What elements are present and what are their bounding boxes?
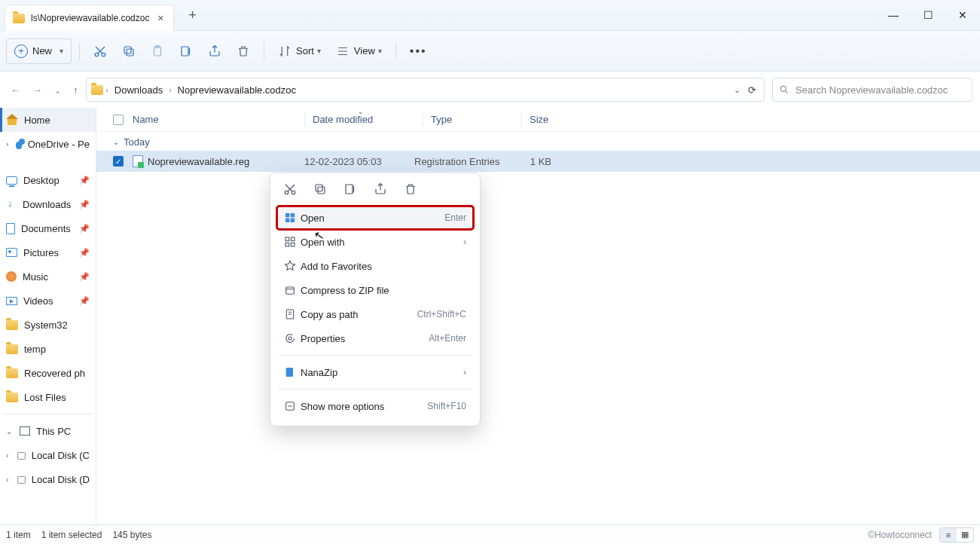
breadcrumb[interactable]: › Downloads › Nopreviewavailable.codzoc … (86, 78, 765, 102)
zip-icon (284, 284, 301, 296)
cut-icon[interactable] (282, 182, 298, 198)
svg-rect-14 (291, 213, 295, 217)
row-checkbox[interactable]: ✓ (113, 156, 133, 167)
breadcrumb-item[interactable]: Downloads (111, 83, 166, 97)
search-icon (779, 84, 789, 95)
download-icon (6, 199, 17, 209)
svg-rect-19 (285, 243, 289, 246)
context-open[interactable]: Open Enter (276, 206, 474, 230)
sidebar-item-downloads[interactable]: Downloads📌 (0, 192, 96, 216)
view-button[interactable]: View ▾ (330, 38, 388, 64)
search-placeholder: Search Nopreviewavailable.codzoc (795, 84, 948, 96)
sidebar-item-documents[interactable]: Documents📌 (0, 216, 96, 240)
maximize-button[interactable]: ☐ (911, 0, 945, 30)
svg-rect-18 (291, 237, 295, 241)
tab-title: ls\Nopreviewavailable.codzoc (31, 13, 149, 23)
sidebar-item-recovered[interactable]: Recovered ph (0, 361, 96, 385)
thumbnails-view-button[interactable]: ▦ (957, 528, 973, 542)
sidebar-item-temp[interactable]: temp (0, 337, 96, 361)
sidebar-item-lostfiles[interactable]: Lost Files (0, 385, 96, 409)
column-date[interactable]: ⌄Date modified (313, 114, 423, 125)
svg-rect-21 (286, 287, 295, 294)
minimize-button[interactable]: — (876, 0, 911, 30)
copy-button[interactable] (116, 38, 142, 64)
sort-button[interactable]: Sort ▾ (272, 38, 327, 64)
sidebar-item-drive-d[interactable]: ›Local Disk (D (0, 467, 96, 491)
copy-icon[interactable] (313, 182, 328, 198)
breadcrumb-history-button[interactable]: ⌄ (734, 85, 740, 95)
properties-icon (284, 332, 301, 344)
new-button[interactable]: + New ▾ (6, 38, 72, 64)
context-properties[interactable]: Properties Alt+Enter (276, 326, 474, 350)
sidebar-item-desktop[interactable]: Desktop📌 (0, 168, 96, 192)
rename-icon[interactable] (343, 182, 358, 198)
details-view-button[interactable]: ≡ (940, 528, 957, 542)
refresh-button[interactable]: ⟳ (748, 84, 756, 96)
navigation-pane[interactable]: Home › OneDrive - Pe Desktop📌 Downloads📌… (0, 108, 96, 524)
paste-button[interactable] (145, 38, 170, 64)
status-bar: 1 item 1 item selected 145 bytes ©Howtoc… (0, 524, 980, 544)
back-button[interactable]: ← (11, 84, 20, 96)
sidebar-item-videos[interactable]: Videos📌 (0, 289, 96, 313)
sidebar-item-thispc[interactable]: ⌄This PC (0, 419, 96, 443)
context-nanazip[interactable]: NanaZip › (276, 360, 474, 384)
context-compress-zip[interactable]: Compress to ZIP file (276, 278, 474, 302)
folder-icon (91, 85, 103, 95)
column-name[interactable]: Name (133, 114, 304, 125)
svg-rect-16 (291, 219, 295, 222)
svg-rect-20 (291, 243, 295, 246)
sidebar-item-system32[interactable]: System32 (0, 313, 96, 337)
window-tab[interactable]: ls\Nopreviewavailable.codzoc × (5, 5, 174, 31)
column-size[interactable]: Size (530, 114, 582, 125)
more-button[interactable]: ••• (404, 38, 433, 64)
file-name: Nopreviewavailable.reg (148, 156, 249, 167)
sidebar-item-home[interactable]: Home (0, 108, 96, 132)
open-with-icon (284, 236, 301, 248)
sidebar-item-pictures[interactable]: Pictures📌 (0, 240, 96, 264)
file-row[interactable]: ✓ Nopreviewavailable.reg 12-02-2023 05:0… (96, 151, 980, 172)
svg-rect-24 (286, 368, 293, 377)
status-bytes: 145 bytes (112, 530, 151, 540)
chevron-right-icon: › (6, 451, 11, 460)
file-type: Registration Entries (414, 156, 505, 167)
sidebar-item-drive-c[interactable]: ›Local Disk (C (0, 443, 96, 467)
recent-button[interactable]: ⌄ (54, 86, 61, 97)
breadcrumb-item[interactable]: Nopreviewavailable.codzoc (175, 83, 300, 97)
group-header-today[interactable]: ⌄ Today (96, 132, 980, 151)
close-tab-icon[interactable]: × (155, 12, 166, 24)
cloud-icon (16, 142, 22, 149)
up-button[interactable]: ↑ (73, 84, 78, 96)
delete-icon[interactable] (403, 182, 418, 198)
select-all-checkbox[interactable] (113, 115, 133, 125)
chevron-right-icon: › (106, 86, 108, 94)
file-size: 1 KB (505, 156, 557, 167)
new-tab-button[interactable]: + (182, 0, 203, 30)
chevron-down-icon: ⌄ (113, 138, 119, 146)
pictures-icon (6, 248, 17, 257)
folder-icon (13, 14, 25, 23)
column-headers[interactable]: Name ⌄Date modified Type Size (96, 108, 980, 132)
context-show-more[interactable]: Show more options Shift+F10 (276, 394, 474, 418)
cut-button[interactable] (87, 38, 113, 64)
delete-button[interactable] (230, 38, 256, 64)
nanazip-icon (284, 366, 301, 378)
share-icon[interactable] (373, 182, 388, 198)
svg-rect-12 (346, 185, 353, 194)
pin-icon: 📌 (79, 272, 90, 282)
drive-icon (17, 452, 26, 460)
context-open-with[interactable]: Open with › (276, 230, 474, 254)
context-copy-path[interactable]: Copy as path Ctrl+Shift+C (276, 302, 474, 326)
sidebar-item-music[interactable]: Music📌 (0, 264, 96, 289)
close-button[interactable]: ✕ (945, 0, 980, 30)
rename-button[interactable] (173, 38, 199, 64)
forward-button[interactable]: → (32, 84, 42, 96)
view-mode-toggle[interactable]: ≡ ▦ (939, 527, 974, 542)
window-controls: — ☐ ✕ (876, 0, 980, 30)
sidebar-item-onedrive[interactable]: › OneDrive - Pe (0, 132, 96, 156)
command-bar: + New ▾ Sort ▾ View ▾ ••• (0, 31, 980, 72)
context-add-favorites[interactable]: Add to Favorites (276, 254, 474, 278)
pin-icon: 📌 (79, 296, 90, 306)
search-box[interactable]: Search Nopreviewavailable.codzoc (772, 78, 972, 102)
share-button[interactable] (202, 38, 227, 64)
column-type[interactable]: Type (431, 114, 521, 125)
